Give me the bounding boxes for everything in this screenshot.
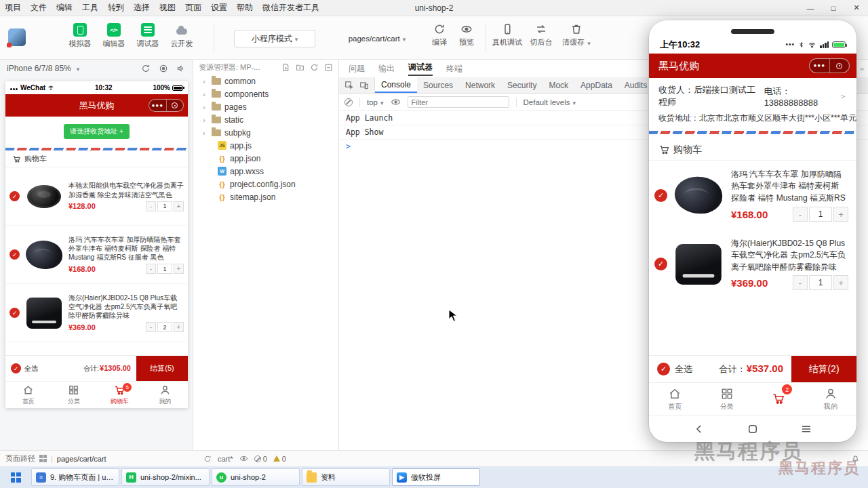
device-select[interactable]: iPhone 6/7/8 85% — [7, 64, 71, 73]
capsule-menu[interactable]: ●●● — [809, 58, 850, 73]
clear-console-icon[interactable] — [344, 98, 353, 106]
tree-file-app-wxss[interactable]: Wapp.wxss — [193, 165, 338, 178]
warning-counter[interactable]: 0 — [273, 455, 286, 463]
select-all-label[interactable]: 全选 — [675, 363, 692, 375]
menu-edit[interactable]: 编辑 — [52, 2, 77, 14]
tab-profile[interactable]: 我的 — [805, 383, 857, 415]
exit-icon[interactable] — [172, 102, 178, 108]
tree-folder-components[interactable]: ›components — [193, 87, 338, 100]
close-button[interactable]: ✕ — [845, 0, 868, 16]
devtools-tab-mock[interactable]: Mock — [542, 77, 574, 93]
tab-cart[interactable]: 5 购物车 — [97, 382, 142, 408]
editor-button[interactable]: </> 编辑器 — [96, 23, 132, 49]
tab-profile[interactable]: 我的 — [142, 382, 188, 408]
devtools-tab-sources[interactable]: Sources — [417, 77, 459, 93]
devtools-tab-network[interactable]: Network — [459, 77, 501, 93]
product-image[interactable] — [24, 177, 64, 216]
item-checkbox[interactable] — [654, 189, 667, 202]
debugger-button[interactable]: 调试器 — [130, 23, 165, 49]
user-avatar[interactable] — [8, 28, 26, 46]
devtools-tab-appdata[interactable]: AppData — [574, 77, 618, 93]
clear-cache-button[interactable]: 清缓存 — [559, 23, 594, 47]
capsule-menu[interactable]: ●●● — [149, 99, 184, 112]
start-button[interactable] — [2, 466, 29, 488]
device-toggle-icon[interactable] — [359, 81, 369, 90]
tree-folder-pages[interactable]: ›pages — [193, 100, 338, 113]
minimize-button[interactable]: — — [799, 0, 822, 16]
decrease-button[interactable]: - — [146, 264, 156, 274]
taskbar-item-hbuilder[interactable]: Huni-shop-2/mixin... — [121, 468, 210, 486]
inspect-icon[interactable] — [344, 81, 354, 90]
simulator-button[interactable]: 模拟器 — [62, 23, 98, 49]
menu-help[interactable]: 帮助 — [232, 2, 258, 14]
product-title[interactable]: 洛玛 汽车车衣车罩 加厚防晒隔热车套外罩牛津布 福特麦柯斯 探险者 福特 Mus… — [731, 169, 848, 205]
tree-file-project-config[interactable]: project.config.json — [193, 178, 338, 190]
tree-folder-static[interactable]: ›static — [193, 113, 338, 126]
choose-address-button[interactable]: 请选择收货地址 + — [64, 124, 130, 139]
product-image[interactable] — [673, 169, 724, 221]
remote-debug-button[interactable]: 真机调试 — [490, 23, 525, 47]
tab-terminal[interactable]: 终端 — [446, 63, 462, 75]
increase-button[interactable]: + — [833, 275, 848, 290]
filter-input[interactable] — [408, 96, 509, 108]
tab-debugger[interactable]: 调试器 — [408, 62, 433, 76]
menu-select[interactable]: 选择 — [129, 2, 155, 14]
error-counter[interactable]: 0 — [254, 455, 267, 463]
product-image[interactable] — [24, 235, 64, 274]
menu-devtools[interactable]: 微信开发者工具 — [258, 2, 324, 14]
item-checkbox[interactable] — [9, 249, 20, 260]
increase-button[interactable]: + — [174, 264, 184, 274]
checkout-button[interactable]: 结算(2) — [791, 356, 856, 382]
current-file[interactable]: cart* — [218, 455, 233, 463]
cloud-dev-button[interactable]: 云开发 — [164, 23, 199, 49]
tab-problems[interactable]: 问题 — [349, 63, 365, 75]
product-title[interactable]: 海尔(Haier)KJBD02-15 Q8 Plus车载空气净化器 去pm2.5… — [731, 238, 848, 273]
decrease-button[interactable]: - — [793, 275, 808, 290]
decrease-button[interactable]: - — [793, 207, 808, 222]
menu-view[interactable]: 视图 — [155, 2, 180, 14]
maximize-button[interactable]: □ — [822, 0, 845, 16]
overflow-chevron-icon[interactable]: » — [860, 64, 864, 73]
tree-file-sitemap[interactable]: sitemap.json — [193, 190, 338, 203]
eye-icon[interactable] — [239, 454, 248, 463]
tab-cart[interactable]: 2 — [753, 383, 805, 415]
refresh-icon[interactable] — [310, 63, 319, 72]
tree-folder-subpkg[interactable]: ›subpkg — [193, 126, 338, 139]
collapse-all-icon[interactable] — [324, 63, 333, 72]
product-image[interactable] — [673, 239, 724, 290]
more-icon[interactable]: ●●● — [152, 103, 164, 108]
tab-home[interactable]: 首页 — [649, 383, 701, 415]
sync-icon[interactable] — [203, 455, 212, 463]
menu-project[interactable]: 项目 — [0, 2, 26, 14]
tab-output[interactable]: 输出 — [378, 63, 395, 75]
sound-icon[interactable] — [176, 64, 186, 73]
context-select[interactable]: top — [367, 98, 384, 106]
select-all-checkbox[interactable] — [657, 363, 670, 375]
menu-page[interactable]: 页面 — [180, 2, 206, 14]
rotate-icon[interactable] — [141, 64, 151, 73]
tree-file-app-json[interactable]: app.json — [193, 152, 338, 165]
new-folder-icon[interactable] — [296, 63, 304, 72]
taskbar-item-mirror[interactable]: ▶傲软投屏 — [392, 468, 480, 486]
taskbar-item-notes[interactable]: ≡9. 购物车页面 | uni... — [31, 468, 119, 486]
product-title[interactable]: 洛玛 汽车车衣车罩 加厚防晒隔热车套外罩牛津布 福特麦柯斯 探险者 福特 Mus… — [68, 235, 184, 262]
decrease-button[interactable]: - — [146, 322, 156, 332]
product-title[interactable]: 本驰太阳能供电车载空气净化器负离子加湿香薰 除尘去异味清洁空气黑色 — [68, 181, 184, 199]
checkout-button[interactable]: 结算(5) — [136, 356, 188, 381]
menu-goto[interactable]: 转到 — [103, 2, 129, 14]
decrease-button[interactable]: - — [146, 201, 156, 211]
home-nav-icon[interactable] — [747, 423, 759, 435]
item-checkbox[interactable] — [9, 308, 20, 318]
increase-button[interactable]: + — [833, 207, 848, 222]
menu-file[interactable]: 文件 — [26, 2, 52, 14]
tab-category[interactable]: 分类 — [701, 383, 753, 415]
exit-icon[interactable] — [836, 63, 842, 69]
taskbar-item-uni-shop[interactable]: uuni-shop-2 — [212, 468, 300, 486]
eye-icon[interactable] — [391, 97, 401, 107]
devtools-tab-console[interactable]: Console — [375, 77, 417, 93]
page-path-value[interactable]: pages/cart/cart — [57, 455, 106, 463]
tree-folder-common[interactable]: ›common — [193, 75, 338, 87]
record-icon[interactable] — [159, 64, 168, 73]
select-all-label[interactable]: 全选 — [24, 364, 38, 373]
product-image[interactable] — [24, 293, 64, 333]
